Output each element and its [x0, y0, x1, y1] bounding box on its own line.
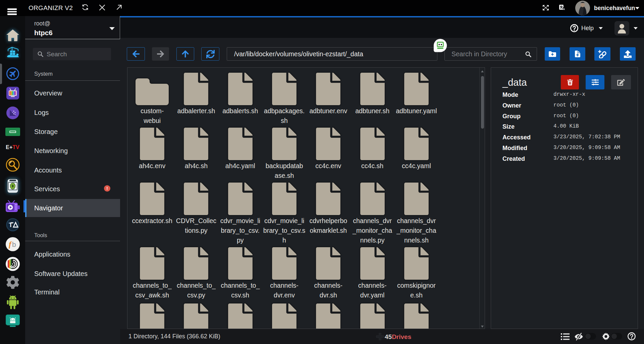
svg-text:b: b	[12, 240, 16, 248]
